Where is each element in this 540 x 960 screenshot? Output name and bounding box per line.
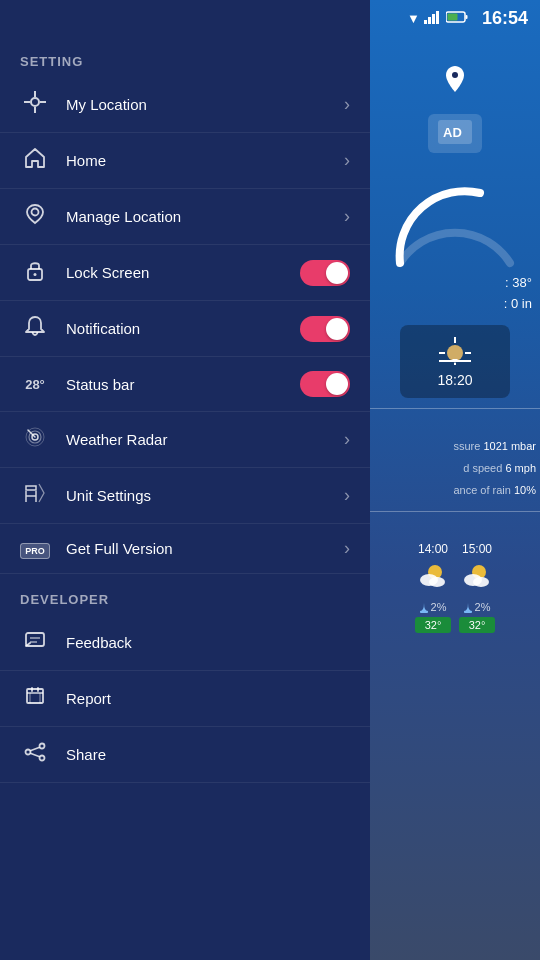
svg-point-10 <box>447 345 463 361</box>
forecast-rain-2: 2% <box>459 601 495 613</box>
weather-pin-icon <box>444 66 466 98</box>
weather-sunset-area: 18:20 <box>400 325 510 398</box>
settings-item-my-location[interactable]: My Location › <box>0 77 370 133</box>
status-bar-toggle[interactable] <box>300 371 350 397</box>
lock-screen-label: Lock Screen <box>66 264 300 281</box>
feedback-label: Feedback <box>66 634 350 651</box>
forecast-icon-2 <box>459 560 495 597</box>
status-bar-label: Status bar <box>66 376 300 393</box>
svg-rect-37 <box>27 689 43 703</box>
svg-text:AD: AD <box>443 125 462 140</box>
forecast-icon-1 <box>415 560 451 597</box>
weather-ad-box[interactable]: AD <box>428 114 482 153</box>
weather-radar-arrow: › <box>344 429 350 450</box>
sunset-icon <box>410 335 500 370</box>
forecast-temp-2: 32° <box>459 617 495 633</box>
home-icon <box>20 147 50 174</box>
my-location-label: My Location <box>66 96 344 113</box>
svg-rect-2 <box>432 14 435 24</box>
weather-radar-label: Weather Radar <box>66 431 344 448</box>
notification-icon <box>20 315 50 342</box>
settings-item-share[interactable]: Share <box>0 727 370 783</box>
forecast-time-2: 15:00 <box>459 542 495 556</box>
weather-forecast: 14:00 2% 32° 15:00 <box>411 542 499 633</box>
settings-item-feedback[interactable]: Feedback <box>0 615 370 671</box>
svg-rect-6 <box>465 15 467 19</box>
svg-line-44 <box>30 753 39 757</box>
my-location-icon <box>20 91 50 118</box>
svg-point-19 <box>429 577 445 587</box>
svg-point-22 <box>473 577 489 587</box>
settings-item-get-full-version[interactable]: PRO Get Full Version › <box>0 524 370 574</box>
weather-divider <box>370 408 540 409</box>
status-bar: ▼ 16:54 <box>0 0 540 36</box>
svg-line-43 <box>30 747 39 751</box>
my-location-arrow: › <box>344 94 350 115</box>
svg-point-27 <box>31 98 39 106</box>
ad-label: AD <box>438 133 472 147</box>
forecast-temp-1: 32° <box>415 617 451 633</box>
weather-radar-icon <box>20 426 50 453</box>
get-full-version-arrow: › <box>344 538 350 559</box>
status-time: 16:54 <box>482 8 528 29</box>
manage-location-label: Manage Location <box>66 208 344 225</box>
unit-settings-label: Unit Settings <box>66 487 344 504</box>
manage-location-arrow: › <box>344 206 350 227</box>
svg-rect-3 <box>436 11 439 24</box>
lock-screen-toggle[interactable] <box>300 260 350 286</box>
report-icon <box>20 685 50 712</box>
weather-forecast-divider <box>370 511 540 512</box>
feedback-icon <box>20 629 50 656</box>
weather-sidebar: AD : 38° : 0 in <box>370 36 540 960</box>
home-arrow: › <box>344 150 350 171</box>
settings-item-weather-radar[interactable]: Weather Radar › <box>0 412 370 468</box>
forecast-rain-1: 2% <box>415 601 451 613</box>
svg-point-28 <box>32 209 39 216</box>
svg-point-40 <box>40 744 45 749</box>
developer-section-label: DEVELOPER <box>0 574 370 615</box>
notification-label: Notification <box>66 320 300 337</box>
svg-point-41 <box>40 756 45 761</box>
settings-item-manage-location[interactable]: Manage Location › <box>0 189 370 245</box>
svg-point-30 <box>34 273 37 276</box>
svg-point-42 <box>26 750 31 755</box>
wifi-icon: ▼ <box>407 11 420 26</box>
settings-item-home[interactable]: Home › <box>0 133 370 189</box>
sunset-time: 18:20 <box>410 372 500 388</box>
share-label: Share <box>66 746 350 763</box>
forecast-item-1: 14:00 2% 32° <box>415 542 451 633</box>
settings-item-notification[interactable]: Notification <box>0 301 370 357</box>
settings-section-label: SETTING <box>0 36 370 77</box>
unit-settings-icon <box>20 482 50 509</box>
pro-icon: PRO <box>20 538 50 559</box>
settings-item-lock-screen[interactable]: Lock Screen <box>0 245 370 301</box>
report-label: Report <box>66 690 350 707</box>
settings-item-report[interactable]: Report <box>0 671 370 727</box>
settings-item-status-bar[interactable]: 28° Status bar <box>0 357 370 412</box>
temperature-gauge <box>390 173 520 273</box>
forecast-item-2: 15:00 2% 32° <box>459 542 495 633</box>
svg-point-7 <box>452 72 458 78</box>
signal-icon <box>424 10 442 27</box>
settings-drawer: SETTING My Location › Home › <box>0 0 370 960</box>
settings-item-unit-settings[interactable]: Unit Settings › <box>0 468 370 524</box>
share-icon <box>20 741 50 768</box>
weather-stats: ssure 1021 mbar d speed 6 mph ance of ra… <box>453 435 540 501</box>
svg-rect-1 <box>428 17 431 24</box>
svg-rect-5 <box>447 13 457 20</box>
lock-screen-icon <box>20 259 50 286</box>
notification-toggle[interactable] <box>300 316 350 342</box>
get-full-version-label: Get Full Version <box>66 540 344 557</box>
weather-temp-info: : 38° : 0 in <box>504 273 540 315</box>
home-label: Home <box>66 152 344 169</box>
status-bar-icon: 28° <box>20 377 50 392</box>
unit-settings-arrow: › <box>344 485 350 506</box>
forecast-time-1: 14:00 <box>415 542 451 556</box>
battery-icon <box>446 11 468 26</box>
manage-location-icon <box>20 203 50 230</box>
svg-rect-0 <box>424 20 427 24</box>
